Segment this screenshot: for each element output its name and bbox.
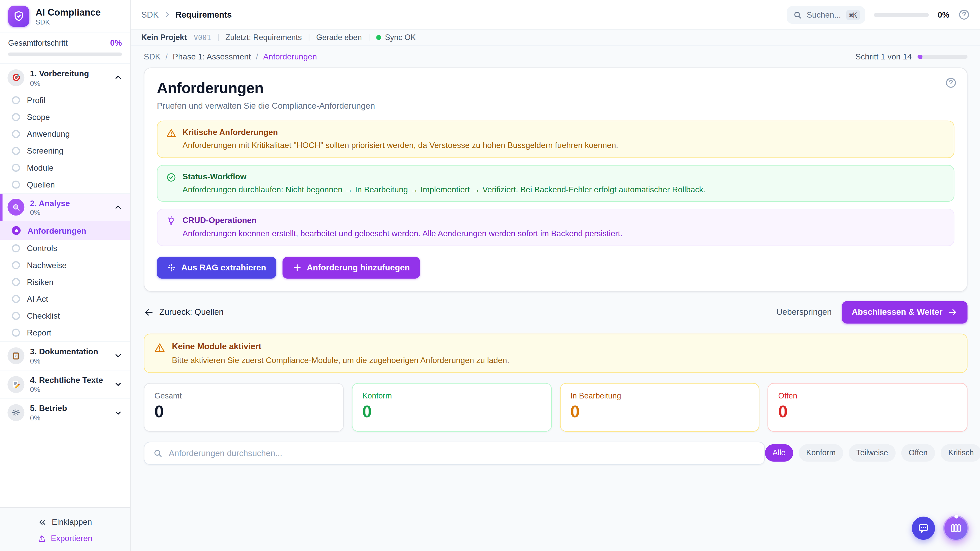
- filter-pill-alle[interactable]: Alle: [765, 445, 793, 462]
- sidebar-section-betrieb[interactable]: 5. Betrieb 0%: [0, 398, 130, 427]
- sidebar-item-report[interactable]: Report: [0, 324, 130, 341]
- step-progress: Schritt 1 von 14: [856, 52, 967, 61]
- chevron-up-icon: [114, 203, 123, 212]
- section-label: 5. Betrieb: [30, 404, 108, 413]
- page-content: SDK / Phase 1: Assessment / Anforderunge…: [131, 46, 980, 551]
- sync-ok-dot: [376, 35, 381, 40]
- memo-pencil-icon: [7, 376, 24, 392]
- sidebar-item-screening[interactable]: Screening: [0, 142, 130, 159]
- requirements-search-input[interactable]: [169, 448, 756, 457]
- help-icon[interactable]: [958, 9, 970, 21]
- search-icon: [793, 10, 802, 19]
- section-percent: 0%: [30, 414, 108, 422]
- sidebar-item-controls[interactable]: Controls: [0, 240, 130, 257]
- filter-row: Alle Konform Teilweise Offen Kritisch: [144, 441, 967, 465]
- section-label: 2. Analyse: [30, 198, 108, 208]
- page-crumb-phase[interactable]: Phase 1: Assessment: [173, 52, 251, 61]
- sidebar-section-analyse[interactable]: 2. Analyse 0%: [0, 193, 130, 221]
- section-percent: 0%: [30, 386, 108, 393]
- top-header: SDK Requirements Suchen... ⌘K 0: [131, 0, 980, 30]
- board-fab-button[interactable]: [943, 515, 969, 541]
- back-button[interactable]: Zurueck: Quellen: [144, 307, 224, 317]
- main-area: SDK Requirements Suchen... ⌘K 0: [131, 0, 980, 551]
- sidebar-section-rechtliche-texte[interactable]: 4. Rechtliche Texte 0%: [0, 370, 130, 398]
- page-breadcrumb: SDK / Phase 1: Assessment / Anforderunge…: [144, 52, 317, 61]
- sidebar-item-checklist[interactable]: Checklist: [0, 307, 130, 324]
- sidebar-item-risiken[interactable]: Risiken: [0, 274, 130, 291]
- sidebar-item-nachweise[interactable]: Nachweise: [0, 257, 130, 274]
- warning-triangle-icon: [166, 128, 176, 151]
- sidebar-item-scope[interactable]: Scope: [0, 108, 130, 125]
- crumb-separator: /: [165, 52, 168, 61]
- sidebar-item-profil[interactable]: Profil: [0, 92, 130, 108]
- radio-icon: [12, 295, 20, 303]
- global-search-input[interactable]: Suchen... ⌘K: [787, 6, 865, 24]
- search-icon: [153, 448, 162, 457]
- stat-card-konform: Konform 0: [352, 383, 552, 431]
- radio-icon: [12, 329, 20, 337]
- section-percent: 0%: [30, 79, 108, 86]
- version-badge: V001: [194, 33, 211, 42]
- card-help-icon[interactable]: [945, 77, 957, 89]
- radio-icon: [12, 96, 20, 104]
- radio-icon: [12, 180, 20, 189]
- filter-pill-teilweise[interactable]: Teilweise: [849, 445, 896, 462]
- overall-progress-value: 0%: [110, 38, 122, 48]
- filter-pill-offen[interactable]: Offen: [901, 445, 935, 462]
- chevron-down-icon: [114, 380, 123, 389]
- collapse-sidebar-button[interactable]: Einklappen: [0, 514, 130, 530]
- section-label: 1. Vorbereitung: [30, 68, 108, 78]
- arrow-left-icon: [144, 307, 154, 317]
- breadcrumb-current: Requirements: [176, 10, 232, 19]
- sidebar-item-anwendung[interactable]: Anwendung: [0, 125, 130, 142]
- wizard-nav-row: Zurueck: Quellen Ueberspringen Abschlies…: [144, 301, 967, 324]
- notification-dot: [954, 515, 958, 519]
- stat-card-in-bearbeitung: In Bearbeitung 0: [560, 383, 759, 431]
- breadcrumb-root[interactable]: SDK: [141, 10, 159, 19]
- last-saved-time: Gerade eben: [316, 33, 362, 42]
- sidebar-section-vorbereitung[interactable]: 1. Vorbereitung 0%: [0, 64, 130, 92]
- sparkle-icon: [167, 263, 177, 272]
- divider: [309, 34, 309, 41]
- banner-body: Bitte aktivieren Sie zuerst Compliance-M…: [172, 355, 509, 365]
- sidebar-item-ai-act[interactable]: AI Act: [0, 291, 130, 307]
- radio-icon: [12, 312, 20, 320]
- finish-next-button[interactable]: Abschliessen & Weiter: [842, 301, 967, 324]
- banner-title: Keine Module aktiviert: [172, 341, 509, 351]
- crumb-separator: /: [256, 52, 258, 61]
- page-crumb-root[interactable]: SDK: [144, 52, 160, 61]
- export-button[interactable]: Exportieren: [0, 530, 130, 543]
- app-title-block: AI Compliance SDK: [36, 7, 101, 26]
- skip-button[interactable]: Ueberspringen: [776, 307, 832, 317]
- lightbulb-icon: [166, 216, 176, 239]
- filter-pill-kritisch[interactable]: Kritisch: [941, 445, 980, 462]
- sync-label: Sync OK: [385, 33, 416, 42]
- add-requirement-button[interactable]: Anforderung hinzufuegen: [282, 257, 420, 279]
- columns-icon: [950, 522, 962, 534]
- divider: [369, 34, 369, 41]
- sidebar-item-module[interactable]: Module: [0, 159, 130, 176]
- radio-selected-icon: [12, 226, 21, 235]
- requirements-search-box: [144, 441, 765, 465]
- section-percent: 0%: [30, 357, 108, 365]
- radio-icon: [12, 261, 20, 269]
- chevron-down-icon: [114, 408, 123, 417]
- extract-from-rag-button[interactable]: Aus RAG extrahieren: [157, 257, 276, 279]
- page-breadcrumb-bar: SDK / Phase 1: Assessment / Anforderunge…: [131, 46, 980, 66]
- sidebar-item-quellen[interactable]: Quellen: [0, 176, 130, 193]
- header-progress-bar: [874, 13, 929, 17]
- callout-status-workflow: Status-Workflow Anforderungen durchlaufe…: [157, 165, 955, 202]
- sidebar-footer: Einklappen Exportieren: [0, 507, 130, 551]
- filter-pill-konform[interactable]: Konform: [799, 445, 843, 462]
- sidebar-section-dokumentation[interactable]: 3. Dokumentation 0%: [0, 341, 130, 370]
- status-bar: Kein Projekt V001 Zuletzt: Requirements …: [131, 30, 980, 46]
- sidebar-item-anforderungen[interactable]: Anforderungen: [0, 221, 130, 240]
- stat-card-gesamt: Gesamt 0: [144, 383, 344, 431]
- last-step-label: Zuletzt: Requirements: [225, 33, 302, 42]
- chevron-right-icon: [163, 11, 171, 19]
- chat-fab-button[interactable]: [912, 516, 935, 540]
- search-placeholder: Suchen...: [807, 10, 841, 19]
- radio-icon: [12, 278, 20, 286]
- overall-progress-label: Gesamtfortschritt: [8, 38, 68, 47]
- chevron-up-icon: [114, 73, 123, 82]
